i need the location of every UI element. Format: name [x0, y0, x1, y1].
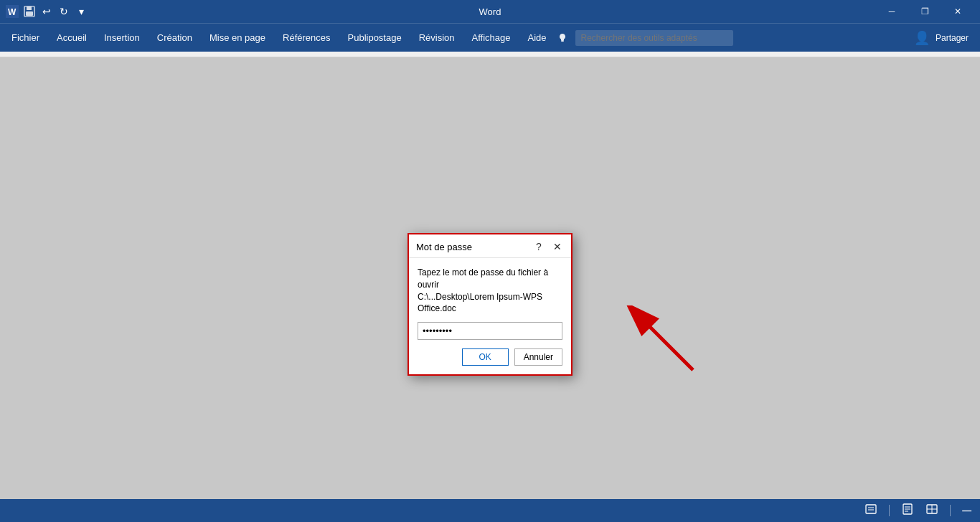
word-logo-icon: W: [6, 5, 19, 18]
quick-access-dropdown-icon[interactable]: ▾: [75, 5, 88, 18]
menu-bar: Fichier Accueil Insertion Création Mise …: [0, 23, 980, 52]
dialog-controls: ? ✕: [532, 240, 564, 253]
status-bar: ─: [0, 499, 980, 522]
dialog-close-button[interactable]: ✕: [551, 240, 564, 253]
title-bar: W ↩ ↻ ▾ Word ─ ❐ ✕: [0, 0, 980, 23]
dialog-description-line1: Tapez le mot de passe du fichier à ouvri…: [418, 267, 548, 290]
dialog-titlebar: Mot de passe ? ✕: [409, 234, 571, 258]
svg-rect-5: [561, 40, 564, 42]
dialog-title: Mot de passe: [416, 242, 472, 252]
menu-accueil[interactable]: Accueil: [48, 28, 95, 47]
menu-mise-en-page[interactable]: Mise en page: [201, 28, 274, 47]
cancel-button[interactable]: Annuler: [514, 348, 562, 366]
status-divider-2: [950, 505, 951, 516]
menu-fichier[interactable]: Fichier: [3, 28, 48, 47]
ok-button[interactable]: OK: [462, 348, 509, 366]
dialog-description-line2: C:\...Desktop\Lorem Ipsum-WPS Office.doc: [418, 292, 542, 314]
read-mode-icon[interactable]: [864, 503, 877, 518]
menu-aide[interactable]: Aide: [519, 28, 555, 47]
dialog-description: Tapez le mot de passe du fichier à ouvri…: [418, 267, 562, 315]
window-controls: ─ ❐ ✕: [875, 0, 974, 23]
save-icon[interactable]: [23, 5, 36, 18]
menu-creation[interactable]: Création: [149, 28, 201, 47]
status-divider-1: [889, 505, 890, 516]
svg-rect-4: [26, 11, 33, 16]
dialog-buttons: OK Annuler: [418, 348, 562, 369]
share-button[interactable]: Partager: [936, 33, 969, 43]
share-area: 👤 Partager: [914, 30, 977, 46]
search-input[interactable]: [575, 30, 733, 46]
minimize-button[interactable]: ─: [875, 0, 908, 23]
menu-insertion[interactable]: Insertion: [95, 28, 149, 47]
close-button[interactable]: ✕: [941, 0, 974, 23]
print-layout-icon[interactable]: [901, 503, 914, 518]
menu-references[interactable]: Références: [274, 28, 339, 47]
dialog-help-button[interactable]: ?: [532, 240, 545, 253]
password-dialog: Mot de passe ? ✕ Tapez le mot de passe d…: [407, 233, 573, 376]
title-bar-left: W ↩ ↻ ▾: [6, 5, 88, 18]
menu-affichage[interactable]: Affichage: [463, 28, 519, 47]
main-area: Mot de passe ? ✕ Tapez le mot de passe d…: [0, 57, 980, 499]
web-layout-icon[interactable]: [925, 503, 938, 518]
menu-publipostage[interactable]: Publipostage: [339, 28, 410, 47]
red-arrow: [621, 305, 707, 377]
zoom-out-icon[interactable]: ─: [962, 503, 971, 518]
svg-text:W: W: [8, 7, 17, 17]
dialog-body: Tapez le mot de passe du fichier à ouvri…: [409, 258, 571, 374]
user-icon: 👤: [914, 30, 930, 46]
svg-rect-8: [866, 505, 876, 513]
password-input[interactable]: [418, 322, 562, 340]
menu-revision[interactable]: Révision: [410, 28, 463, 47]
undo-icon[interactable]: ↩: [40, 5, 53, 18]
svg-line-7: [643, 320, 693, 370]
lightbulb-icon: [555, 32, 570, 44]
svg-rect-3: [27, 6, 32, 10]
app-title: Word: [479, 6, 501, 17]
ribbon-area: [0, 52, 980, 57]
restore-button[interactable]: ❐: [908, 0, 941, 23]
redo-icon[interactable]: ↻: [57, 5, 70, 18]
